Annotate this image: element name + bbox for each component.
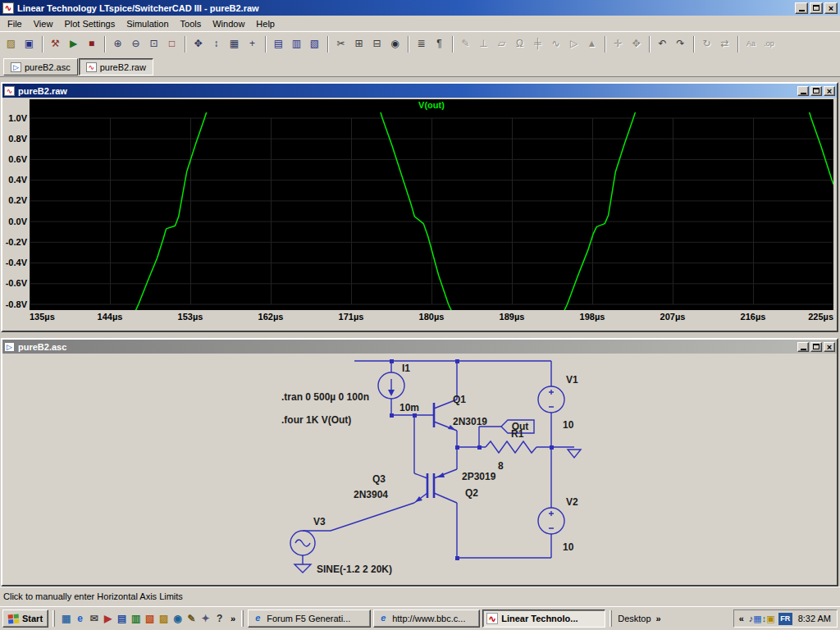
spice-directive-icon[interactable]: .op [760,36,778,52]
zoom-select-icon[interactable]: □ [163,36,180,52]
move-icon[interactable]: ✛ [609,36,627,52]
quicklaunch-tools-icon[interactable]: ✦ [199,612,212,626]
tile-horizontal-icon[interactable]: ▤ [270,36,287,52]
copy-icon[interactable]: ⊞ [350,36,368,52]
plot-area[interactable]: V(out) [30,99,833,310]
quicklaunch-mail-icon[interactable]: ✉ [87,612,101,626]
desktop-overflow-chevron[interactable]: » [655,614,663,623]
menu-help[interactable]: Help [250,17,281,30]
quicklaunch-excel-icon[interactable]: ▥ [129,612,143,626]
tile-vertical-icon[interactable]: ▥ [288,36,305,52]
language-indicator[interactable]: FR [778,613,792,625]
zoom-in-icon[interactable]: ⊕ [109,36,126,52]
print-icon[interactable]: ≣ [413,36,430,52]
zoom-back-icon[interactable]: ⊖ [127,36,144,52]
quicklaunch-overflow-chevron[interactable]: » [229,614,237,623]
grid-icon[interactable]: ▦ [226,36,243,52]
quicklaunch-word-icon[interactable]: ▤ [115,612,129,626]
open-icon[interactable]: ▨ [2,36,20,52]
menu-simulation[interactable]: Simulation [121,17,174,30]
taskbar-handle[interactable] [52,610,55,627]
task-button-2[interactable]: ehttp://www.bbc.c... [373,609,480,628]
undo-icon[interactable]: ↶ [654,36,671,52]
quicklaunch-globe-icon[interactable]: ◉ [171,612,185,626]
zoom-full-icon[interactable]: ⊡ [145,36,162,52]
control-panel-icon[interactable]: ⚒ [47,36,64,52]
menu-window[interactable]: Window [207,17,250,30]
task-button-1[interactable]: eForum F5 Generati... [248,609,371,628]
quicklaunch-folder-icon[interactable]: ▨ [157,612,171,626]
waveform-close-button[interactable]: × [824,86,835,96]
x-axis[interactable]: 135µs144µs153µs162µs171µs180µs189µs198µs… [30,312,833,325]
waveform-minimize-button[interactable] [797,86,809,96]
wire-icon[interactable]: ✎ [457,36,474,52]
menu-file[interactable]: File [2,17,28,30]
trace-name[interactable]: V(out) [30,100,833,110]
capacitor-icon[interactable]: ╪ [529,36,546,52]
tab-pureB2-asc[interactable]: ▷pureB2.asc [3,58,78,75]
quicklaunch-ppt-icon[interactable]: ▧ [143,612,157,626]
cursor-icon[interactable]: + [244,36,261,52]
tab-pureB2-raw[interactable]: ∿pureB2.raw [79,58,153,75]
find-icon[interactable]: ◉ [386,36,404,52]
quicklaunch-notes-icon[interactable]: ✎ [185,612,199,626]
desktop-label[interactable]: Desktop [618,614,651,623]
waveform-titlebar[interactable]: ∿ pureB2.raw × [2,84,837,98]
menu-plot-settings[interactable]: Plot Settings [58,17,121,30]
voltage-source-v1[interactable] [538,386,564,413]
cascade-icon[interactable]: ▧ [306,36,323,52]
current-source-i1[interactable] [378,372,404,399]
component-icon[interactable]: ▲ [583,36,600,52]
schematic-minimize-button[interactable] [797,342,809,352]
save-icon[interactable]: ▣ [21,36,38,52]
print-preview-icon[interactable]: ¶ [431,36,448,52]
minimize-button[interactable] [795,2,808,14]
tray-scheduler-icon[interactable]: ▣ [766,614,774,623]
toolbar-separator [649,36,651,52]
resistor-r1[interactable] [486,441,536,453]
diode-icon[interactable]: ▷ [565,36,582,52]
taskbar-handle[interactable] [609,610,612,627]
resistor-icon[interactable]: Ω [511,36,528,52]
transistor-q2[interactable] [434,469,457,503]
cut-icon[interactable]: ✂ [332,36,349,52]
maximize-button[interactable] [810,2,823,14]
paste-icon[interactable]: ⊟ [368,36,386,52]
tray-display-icon[interactable]: ▦ [753,614,761,623]
menu-tools[interactable]: Tools [175,17,208,30]
schematic-maximize-button[interactable] [810,342,822,352]
y-axis[interactable]: 1.0V0.8V0.6V0.4V0.2V0.0V-0.2V-0.4V-0.6V-… [2,99,29,310]
start-button[interactable]: Start [2,609,48,628]
mirror-icon[interactable]: ⇄ [716,36,733,52]
menu-view[interactable]: View [28,17,59,30]
quicklaunch-desktop-icon[interactable]: ▦ [59,612,73,626]
tray-collapse-chevron[interactable]: « [737,614,746,623]
voltage-source-v2[interactable] [538,508,564,534]
schematic-close-button[interactable]: × [824,342,835,352]
schematic-titlebar[interactable]: ▷ pureB2.asc × [2,340,837,354]
waveform-plot[interactable] [30,99,833,310]
redo-icon[interactable]: ↷ [672,36,689,52]
autorange-icon[interactable]: ↕ [208,36,225,52]
label-icon[interactable]: ▱ [493,36,510,52]
ground-icon[interactable]: ⊥ [475,36,492,52]
quicklaunch-help-icon[interactable]: ? [212,612,226,626]
pan-icon[interactable]: ✥ [189,36,207,52]
inductor-icon[interactable]: ∿ [547,36,564,52]
drag-icon[interactable]: ✥ [628,36,645,52]
halt-icon[interactable]: ■ [83,36,100,52]
voltage-source-v3[interactable] [290,531,315,555]
quicklaunch-media-icon[interactable]: ▶ [101,612,115,626]
transistor-q3[interactable] [414,473,427,503]
taskbar-handle[interactable] [241,610,244,627]
run-icon[interactable]: ▶ [65,36,82,52]
close-button[interactable]: × [824,2,838,14]
task-button-3[interactable]: ∿Linear Technolo... [482,609,605,628]
clock[interactable]: 8:32 AM [796,614,831,623]
quicklaunch-ie-icon[interactable]: e [73,612,87,626]
waveform-maximize-button[interactable] [810,86,822,96]
text-icon[interactable]: Aa [742,36,760,52]
toolbar-separator [327,36,329,52]
rotate-icon[interactable]: ↻ [698,36,715,52]
schematic-canvas[interactable]: .tran 0 500µ 0 100n.four 1K V(Out)I110mQ… [2,354,837,583]
